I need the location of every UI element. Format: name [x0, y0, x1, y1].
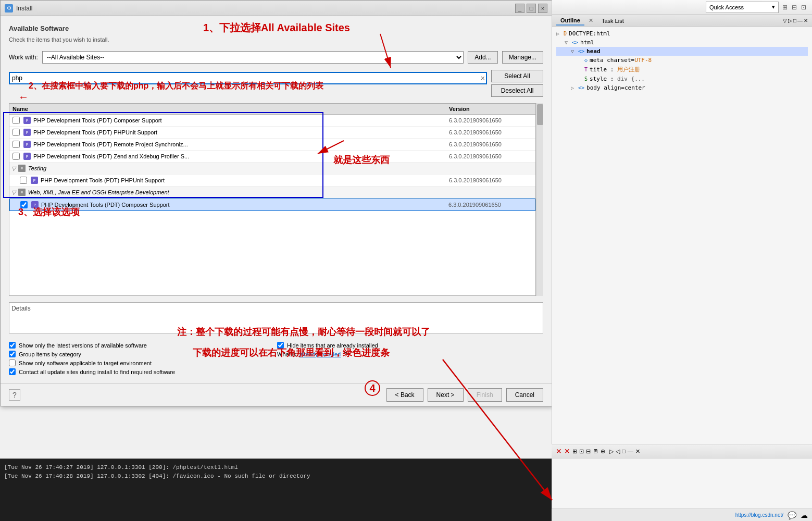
- manage-button[interactable]: Manage...: [502, 51, 543, 64]
- item-checkbox[interactable]: [13, 129, 20, 136]
- toolbar-icon[interactable]: ⊞: [572, 448, 577, 455]
- col-header-name: Name: [13, 106, 449, 112]
- item-checkbox[interactable]: [13, 153, 20, 160]
- error-icon: ✕: [556, 447, 562, 455]
- checkbox-contact-update-sites[interactable]: [9, 368, 16, 375]
- list-item[interactable]: P PHP Development Tools (PDT) Composer S…: [9, 199, 535, 211]
- checkbox-hide-installed[interactable]: [277, 342, 284, 349]
- category-item[interactable]: ▽ ≡ Web, XML, Java EE and OSGi Enterpris…: [9, 187, 535, 199]
- tree-node-html[interactable]: ▽ <> html: [556, 38, 808, 47]
- search-clear-icon[interactable]: ×: [481, 74, 485, 82]
- terminal-line: [Tue Nov 26 17:40:28 2019] 127.0.0.1:330…: [4, 472, 547, 481]
- scrollbar-thumb[interactable]: [537, 104, 543, 125]
- work-with-label: Work with:: [9, 54, 38, 61]
- search-input[interactable]: [9, 72, 487, 84]
- tree-expand-icon: ▷: [571, 85, 577, 91]
- restore-button[interactable]: □: [527, 4, 536, 13]
- checkbox-latest-versions[interactable]: [9, 342, 16, 349]
- add-button[interactable]: Add...: [468, 51, 497, 64]
- tree-text: style : div {...: [590, 76, 645, 82]
- outline-tab[interactable]: Outline: [556, 16, 584, 26]
- toolbar-icon-7[interactable]: ◁: [616, 448, 620, 455]
- toolbar-icon-9[interactable]: —: [628, 448, 633, 454]
- checkbox-applicable[interactable]: [9, 359, 16, 366]
- next-button[interactable]: Next >: [428, 388, 464, 402]
- meta-icon: ◇: [584, 57, 588, 63]
- eclipse-icon-1[interactable]: ⊞: [781, 3, 789, 11]
- checkbox-label: Show only software applicable to target …: [19, 360, 152, 366]
- dialog-titlebar: ⚙ Install _ □ ×: [1, 1, 552, 16]
- eclipse-icon-3[interactable]: ⊡: [799, 3, 808, 11]
- minimize-button[interactable]: _: [515, 4, 524, 13]
- checkbox-group-by-category[interactable]: [9, 351, 16, 357]
- item-icon: P: [30, 176, 39, 184]
- item-checkbox[interactable]: [13, 117, 20, 124]
- checkbox-row: Show only the latest versions of availab…: [9, 342, 275, 349]
- status-link[interactable]: https://blog.csdn.net/: [735, 512, 783, 518]
- dialog-bottom-buttons: ? < Back Next > Finish Cancel: [1, 383, 552, 406]
- deselect-all-button[interactable]: Deselect All: [491, 84, 543, 97]
- task-list-tab[interactable]: Task List: [597, 17, 628, 25]
- finish-button[interactable]: Finish: [468, 388, 502, 402]
- category-icon: ≡: [18, 188, 26, 196]
- toolbar-icon-5[interactable]: ⊕: [601, 448, 605, 455]
- panel-close[interactable]: ✕: [804, 18, 808, 23]
- list-item[interactable]: P PHP Development Tools (PDT) PHPUnit Su…: [9, 127, 535, 139]
- tree-text: head: [586, 48, 601, 55]
- list-item[interactable]: P PHP Development Tools (PDT) Composer S…: [9, 115, 535, 127]
- software-list[interactable]: Name Version P PHP Development Tools (PD…: [9, 103, 536, 296]
- select-all-button[interactable]: Select All: [491, 70, 543, 82]
- item-name: PHP Development Tools (PDT) PHPUnit Supp…: [33, 129, 449, 135]
- toolbar-icon-6[interactable]: ▷: [609, 448, 614, 455]
- scrollbar[interactable]: [536, 103, 543, 296]
- title-icon: T: [584, 67, 588, 72]
- item-version: 6.3.0.201909061650: [449, 141, 532, 147]
- close-button[interactable]: ×: [538, 4, 547, 13]
- checkbox-label: Group items by category: [19, 351, 81, 357]
- tree-node-meta[interactable]: ◇ meta charset=UTF-8: [556, 56, 808, 65]
- toolbar-icon-4[interactable]: 🖹: [593, 448, 598, 454]
- item-checkbox[interactable]: [20, 177, 27, 184]
- panel-icon-3[interactable]: □: [793, 18, 796, 23]
- panel-minimize[interactable]: —: [797, 18, 803, 23]
- cancel-button[interactable]: Cancel: [506, 388, 543, 402]
- tree-text: DOCTYPE:html: [569, 30, 610, 37]
- tree-expand-icon: ▽: [565, 40, 571, 45]
- outline-tree: ▷ D DOCTYPE:html ▽ <> html ▽ <> head: [552, 27, 812, 94]
- terminal-area[interactable]: [Tue Nov 26 17:40:27 2019] 127.0.0.1:330…: [0, 458, 552, 521]
- already-installed-link[interactable]: already installed: [299, 351, 341, 357]
- back-button[interactable]: < Back: [386, 388, 423, 402]
- category-name: Testing: [28, 165, 532, 171]
- doctype-icon: D: [564, 31, 567, 36]
- help-button[interactable]: ?: [9, 389, 20, 401]
- panel-icon-1[interactable]: ▽: [783, 18, 787, 23]
- list-item[interactable]: P PHP Development Tools (PDT) Zend and X…: [9, 151, 535, 163]
- list-item[interactable]: P PHP Development Tools (PDT) PHPUnit Su…: [9, 175, 535, 187]
- dialog-body: Available Software Check the items that …: [1, 16, 552, 383]
- tree-node-style[interactable]: S style : div {...: [556, 75, 808, 83]
- item-checkbox[interactable]: [13, 141, 20, 148]
- tree-node-body[interactable]: ▷ <> body align=center: [556, 83, 808, 92]
- item-icon: P: [23, 140, 31, 148]
- style-icon: S: [584, 76, 588, 82]
- toolbar-icon-8[interactable]: □: [622, 448, 626, 454]
- toolbar-icon-2[interactable]: ⊡: [579, 448, 584, 455]
- panel-icon-2[interactable]: ▷: [788, 18, 792, 23]
- dialog-icon: ⚙: [5, 4, 13, 13]
- item-icon: P: [23, 152, 31, 160]
- toolbar-icon-10[interactable]: ✕: [635, 448, 640, 455]
- toolbar-icon-3[interactable]: ⊟: [586, 448, 591, 455]
- tree-node-title[interactable]: T title : 用户注册: [556, 65, 808, 75]
- checkbox-row: What is already installed ?: [277, 351, 543, 357]
- list-item[interactable]: P PHP Development Tools (PDT) Remote Pro…: [9, 139, 535, 151]
- work-with-select[interactable]: --All Available Sites--: [42, 51, 464, 64]
- quick-access-box[interactable]: Quick Access ▾: [706, 2, 779, 13]
- tree-expand-icon: ▽: [571, 48, 577, 54]
- item-checkbox[interactable]: [20, 201, 28, 208]
- tree-node-head[interactable]: ▽ <> head: [556, 47, 808, 56]
- tree-node-doctype[interactable]: ▷ D DOCTYPE:html: [556, 29, 808, 38]
- category-item[interactable]: ▽ ≡ Testing: [9, 163, 535, 175]
- eclipse-icon-2[interactable]: ⊟: [790, 3, 798, 11]
- tree-text: meta charset=UTF-8: [590, 57, 652, 64]
- item-icon: P: [23, 128, 31, 137]
